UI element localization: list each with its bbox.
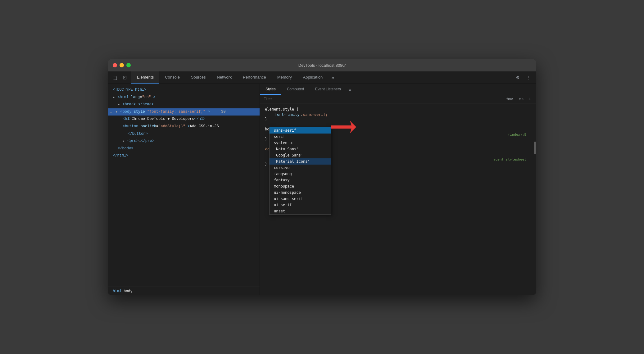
tab-styles[interactable]: Styles [260, 84, 281, 95]
tab-memory[interactable]: Memory [272, 71, 297, 84]
dom-panel: <!DOCTYPE html> ▶ <html lang="en" > ▶ <h… [108, 84, 260, 295]
tab-event-listeners[interactable]: Event Listeners [310, 84, 347, 95]
scrollbar-thumb[interactable] [534, 142, 536, 154]
autocomplete-item-serif[interactable]: serif [270, 134, 331, 140]
expand-body-icon[interactable]: ▼ [116, 110, 117, 114]
autocomplete-item-unset[interactable]: unset [270, 208, 331, 214]
prop-font-family[interactable]: font-family : sans-serif; [265, 112, 531, 117]
dom-h1[interactable]: <h1>Chrome DevTools ♥ Developers</h1> [108, 116, 260, 123]
settings-icon[interactable]: ⚙ [513, 73, 522, 82]
autocomplete-item-system-ui[interactable]: system-ui [270, 140, 331, 146]
minimize-button[interactable] [120, 63, 124, 67]
dom-html-close: </html> [108, 152, 260, 160]
styles-content: element.style { font-family : sans-serif… [260, 103, 536, 295]
dom-button-close[interactable]: </button> [108, 130, 260, 138]
autocomplete-item-google-sans[interactable]: 'Google Sans' [270, 152, 331, 158]
window-title: DevTools - localhost:8080/ [298, 63, 346, 68]
dom-doctype: <!DOCTYPE html> [108, 86, 260, 94]
tab-settings-group: ⚙ ⋮ [510, 71, 536, 84]
tab-sources[interactable]: Sources [185, 71, 211, 84]
dom-pre[interactable]: ▶ <pre>…</pre> [108, 138, 260, 145]
tab-network[interactable]: Network [211, 71, 238, 84]
main-content: <!DOCTYPE html> ▶ <html lang="en" > ▶ <h… [108, 84, 536, 295]
style-rule-element: element.style { font-family : sans-serif… [260, 106, 536, 123]
devtools-window: DevTools - localhost:8080/ ⬚ ⊡ Elements … [108, 59, 536, 295]
dom-head[interactable]: ▶ <head>…</head> [108, 101, 260, 108]
autocomplete-item-noto-sans[interactable]: 'Noto Sans' [270, 146, 331, 152]
autocomplete-item-ui-monospace[interactable]: ui-monospace [270, 189, 331, 196]
tab-computed[interactable]: Computed [281, 84, 310, 95]
hov-button[interactable]: :hov [505, 96, 514, 102]
tab-spacer [337, 71, 510, 84]
autocomplete-item-material-icons[interactable]: 'Material Icons' [270, 158, 331, 165]
autocomplete-item-cursive[interactable]: cursive [270, 165, 331, 171]
tab-elements[interactable]: Elements [131, 71, 159, 84]
inspect-icon[interactable]: ⊡ [120, 73, 129, 82]
expand-head-icon[interactable]: ▶ [118, 103, 120, 106]
dom-tree[interactable]: <!DOCTYPE html> ▶ <html lang="en" > ▶ <h… [108, 84, 260, 287]
styles-tabbar: Styles Computed Event Listeners » [260, 84, 536, 95]
close-button[interactable] [113, 63, 117, 67]
tab-performance[interactable]: Performance [237, 71, 271, 84]
styles-toolbar: :hov .cls + [260, 95, 536, 103]
tab-overflow-button[interactable]: » [328, 71, 337, 84]
add-style-button[interactable]: + [527, 96, 533, 102]
breadcrumb-html[interactable]: html [113, 289, 122, 293]
dom-body-close: </body> [108, 145, 260, 152]
expand-pre-icon[interactable]: ▶ [123, 139, 125, 143]
cursor-icon[interactable]: ⬚ [110, 73, 119, 82]
tab-application[interactable]: Application [297, 71, 329, 84]
styles-filter-input[interactable] [264, 97, 502, 101]
autocomplete-item-sans-serif[interactable]: sans-serif [270, 127, 331, 134]
autocomplete-dropdown[interactable]: sans-serif serif system-ui 'Noto Sans' ' [269, 127, 331, 215]
autocomplete-item-ui-sans-serif[interactable]: ui-sans-serif [270, 196, 331, 202]
more-options-icon[interactable]: ⋮ [524, 73, 533, 82]
autocomplete-item-fantasy[interactable]: fantasy [270, 177, 331, 183]
dom-button[interactable]: <button onclick="addStyle()" >Add CSS-in… [108, 123, 260, 130]
styles-panel: Styles Computed Event Listeners » :hov .… [260, 84, 536, 295]
breadcrumb-body[interactable]: body [124, 289, 133, 293]
dom-html[interactable]: ▶ <html lang="en" > [108, 94, 260, 101]
autocomplete-item-ui-serif[interactable]: ui-serif [270, 202, 331, 208]
cls-button[interactable]: .cls [517, 96, 525, 102]
window-controls [113, 63, 131, 67]
expand-html-icon[interactable]: ▶ [113, 96, 115, 99]
dom-breadcrumb: html body [108, 287, 260, 295]
tab-icon-group: ⬚ ⊡ [108, 71, 131, 84]
rule-selector-element: element.style { [265, 107, 531, 111]
rule-close-element: } [265, 117, 531, 121]
dom-body[interactable]: … ▼ <body style="font-family: sans-serif… [108, 108, 260, 116]
titlebar: DevTools - localhost:8080/ [108, 59, 536, 71]
maximize-button[interactable] [126, 63, 131, 67]
scrollbar-track [534, 103, 536, 295]
tab-console[interactable]: Console [159, 71, 185, 84]
dom-dots: … [110, 110, 112, 114]
styles-tab-overflow[interactable]: » [347, 84, 354, 95]
main-tabbar: ⬚ ⊡ Elements Console Sources Network Per… [108, 71, 536, 84]
autocomplete-item-fangsong[interactable]: fangsong [270, 171, 331, 177]
autocomplete-container: sans-serif serif system-ui 'Noto Sans' ' [269, 127, 331, 215]
autocomplete-item-monospace[interactable]: monospace [270, 183, 331, 189]
